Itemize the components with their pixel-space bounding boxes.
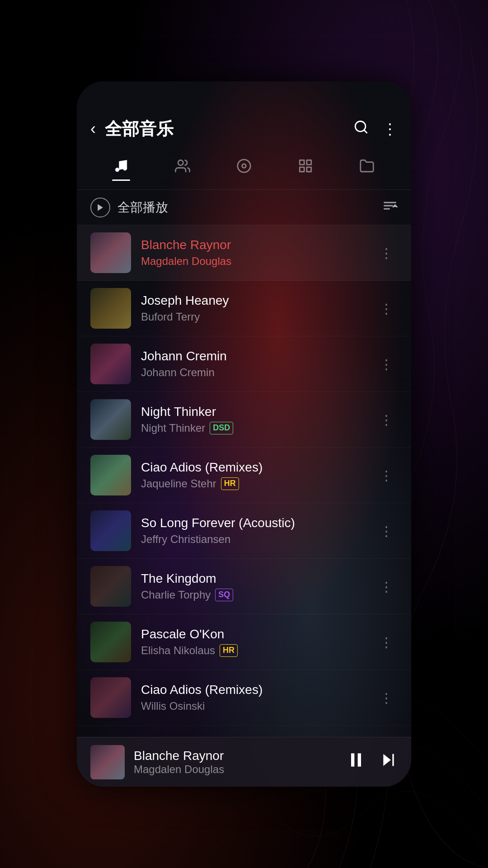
song-thumbnail [90, 677, 131, 718]
song-title: So Long Forever (Acoustic) [141, 516, 365, 530]
song-info: Joseph Heaney Buford Terry [141, 293, 365, 323]
song-more-button[interactable]: ⋮ [375, 463, 398, 488]
svg-point-4 [178, 160, 183, 165]
tab-songs[interactable] [90, 158, 152, 181]
back-button[interactable]: ‹ [90, 119, 96, 138]
now-playing-thumbnail [90, 745, 125, 779]
song-thumbnail [90, 399, 131, 440]
song-more-button[interactable]: ⋮ [375, 574, 398, 599]
search-button[interactable] [353, 119, 369, 138]
song-thumbnail [90, 455, 131, 495]
quality-badge: HR [220, 644, 238, 656]
song-artist: Elisha Nikolaus [141, 644, 215, 657]
song-artist: Willis Osinski [141, 700, 205, 712]
song-item[interactable]: The Kingdom Charlie Torphy SQ ⋮ [77, 559, 411, 614]
song-thumbnail [90, 232, 131, 273]
song-info: Ciao Adios (Remixes) Jaqueline Stehr HR [141, 460, 365, 490]
svg-point-2 [115, 168, 119, 172]
album-icon [236, 158, 252, 177]
phone-content: ‹ 全部音乐 ⋮ [77, 81, 411, 787]
sort-button[interactable] [382, 199, 398, 215]
song-more-button[interactable]: ⋮ [375, 519, 398, 543]
svg-rect-8 [307, 160, 311, 165]
song-subtitle: Willis Osinski [141, 700, 365, 712]
song-title: Blanche Raynor [141, 238, 365, 252]
quality-badge: SQ [215, 589, 233, 601]
song-more-button[interactable]: ⋮ [375, 241, 398, 265]
song-thumbnail [90, 510, 131, 551]
svg-rect-16 [358, 753, 361, 766]
song-artist: Jaqueline Stehr [141, 477, 216, 490]
now-playing-info: Blanche Raynor Magdalen Douglas [134, 749, 337, 776]
song-info: Night Thinker Night Thinker DSD [141, 405, 365, 434]
song-thumbnail [90, 344, 131, 384]
song-title: Ciao Adios (Remixes) [141, 460, 365, 475]
header: ‹ 全部音乐 ⋮ [77, 108, 411, 149]
tab-playlists[interactable] [275, 158, 336, 181]
page-title: 全部音乐 [105, 118, 344, 141]
svg-rect-10 [300, 167, 304, 171]
song-more-button[interactable]: ⋮ [375, 296, 398, 321]
song-title: Joseph Heaney [141, 293, 365, 308]
playback-controls [346, 750, 398, 774]
song-more-button[interactable]: ⋮ [375, 685, 398, 710]
song-more-button[interactable]: ⋮ [375, 407, 398, 432]
song-artist: Johann Cremin [141, 366, 215, 379]
song-item[interactable]: Joseph Heaney Buford Terry ⋮ [77, 281, 411, 336]
song-subtitle: Jeffry Christiansen [141, 533, 365, 546]
song-item[interactable]: Ciao Adios (Remixes) Jaqueline Stehr HR … [77, 448, 411, 503]
play-circle-icon [90, 198, 110, 217]
pause-button[interactable] [346, 750, 366, 774]
song-subtitle: Johann Cremin [141, 366, 365, 379]
svg-rect-9 [307, 167, 311, 171]
quality-badge: DSD [210, 422, 233, 434]
song-subtitle: Jaqueline Stehr HR [141, 477, 365, 490]
song-subtitle: Night Thinker DSD [141, 422, 365, 434]
song-item[interactable]: Night Thinker Night Thinker DSD ⋮ [77, 392, 411, 448]
song-artist: Buford Terry [141, 311, 200, 323]
now-playing-title: Blanche Raynor [134, 749, 337, 763]
song-title: Ciao Adios (Remixes) [141, 683, 365, 697]
play-all-button[interactable]: 全部播放 [90, 198, 382, 217]
svg-marker-17 [383, 754, 391, 766]
song-item[interactable]: Ciao Adios (Remixes) Willis Osinski ⋮ [77, 670, 411, 726]
song-artist: Night Thinker [141, 422, 205, 434]
song-info: Pascale O'Kon Elisha Nikolaus HR [141, 627, 365, 657]
tab-folders[interactable] [336, 158, 398, 181]
song-title: Night Thinker [141, 405, 365, 419]
quality-badge: HR [221, 477, 239, 490]
song-info: Johann Cremin Johann Cremin [141, 349, 365, 379]
song-more-button[interactable]: ⋮ [375, 630, 398, 655]
svg-point-5 [238, 159, 250, 172]
song-artist: Magdalen Douglas [141, 255, 231, 268]
play-all-bar: 全部播放 [77, 190, 411, 225]
song-item[interactable]: Blanche Raynor Magdalen Douglas ⋮ [77, 225, 411, 281]
song-thumbnail [90, 288, 131, 329]
song-title: Pascale O'Kon [141, 627, 365, 642]
tab-artists[interactable] [152, 158, 213, 181]
tab-albums[interactable] [213, 158, 275, 181]
song-artist: Charlie Torphy [141, 589, 211, 601]
nav-tabs [77, 149, 411, 190]
song-more-button[interactable]: ⋮ [375, 352, 398, 377]
song-subtitle: Elisha Nikolaus HR [141, 644, 365, 657]
svg-marker-11 [98, 204, 103, 211]
song-item[interactable]: Pascale O'Kon Elisha Nikolaus HR ⋮ [77, 614, 411, 670]
song-info: Blanche Raynor Magdalen Douglas [141, 238, 365, 268]
play-all-label: 全部播放 [117, 199, 168, 216]
song-thumbnail [90, 566, 131, 607]
song-info: The Kingdom Charlie Torphy SQ [141, 571, 365, 601]
next-button[interactable] [380, 751, 398, 773]
song-subtitle: Magdalen Douglas [141, 255, 365, 268]
song-item[interactable]: Johann Cremin Johann Cremin ⋮ [77, 336, 411, 392]
song-title: Johann Cremin [141, 349, 365, 363]
song-item[interactable]: So Long Forever (Acoustic) Jeffry Christ… [77, 503, 411, 559]
now-playing-bar[interactable]: Blanche Raynor Magdalen Douglas [77, 737, 411, 787]
svg-point-6 [242, 164, 246, 168]
song-artist: Jeffry Christiansen [141, 533, 230, 546]
song-info: So Long Forever (Acoustic) Jeffry Christ… [141, 516, 365, 546]
svg-rect-18 [392, 754, 394, 766]
more-options-button[interactable]: ⋮ [382, 120, 398, 138]
song-thumbnail [90, 622, 131, 662]
song-list: Blanche Raynor Magdalen Douglas ⋮ Joseph… [77, 225, 411, 737]
